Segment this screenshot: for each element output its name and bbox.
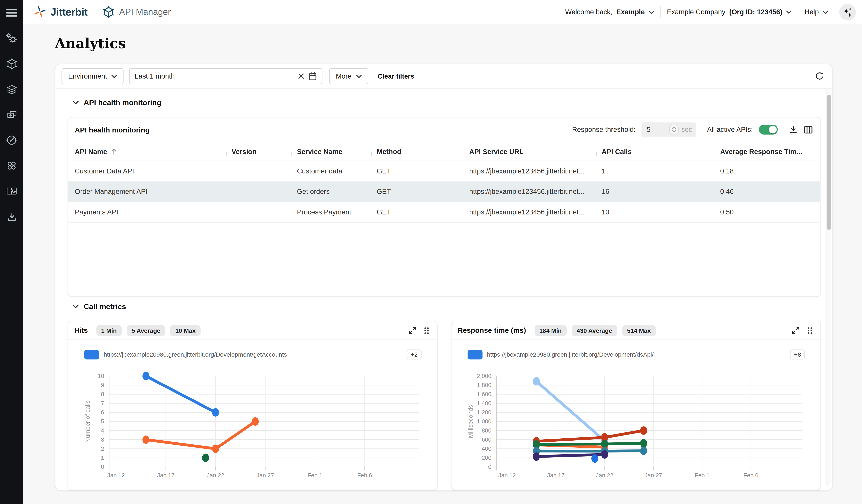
cell-method: GET bbox=[371, 188, 464, 196]
download-table-button[interactable] bbox=[789, 125, 798, 134]
metrics-section-header[interactable]: Call metrics bbox=[73, 303, 126, 311]
help-menu[interactable]: Help bbox=[798, 8, 834, 16]
hamburger-icon bbox=[6, 8, 17, 17]
sidebar-item-environments[interactable] bbox=[0, 77, 23, 102]
svg-text:10: 10 bbox=[98, 373, 104, 379]
column-header-api-name[interactable]: API Name bbox=[68, 148, 226, 155]
svg-text:Feb 1: Feb 1 bbox=[308, 472, 323, 479]
cell-calls: 16 bbox=[596, 188, 715, 196]
sidebar-item-api-manager[interactable] bbox=[0, 51, 23, 76]
svg-text:Feb 6: Feb 6 bbox=[357, 472, 372, 479]
health-card-title: API health monitoring bbox=[75, 125, 149, 134]
svg-text:5: 5 bbox=[101, 418, 104, 425]
column-header-avg-response[interactable]: Average Response Tim... bbox=[715, 148, 821, 155]
expand-icon bbox=[792, 327, 799, 334]
sidebar-item-admin[interactable] bbox=[0, 25, 23, 51]
clear-date-icon[interactable] bbox=[298, 73, 304, 79]
hits-card-header: Hits 1 Min 5 Average 10 Max bbox=[68, 321, 437, 340]
response-legend: https://jbexample20980.green.jitterbit.o… bbox=[468, 349, 805, 359]
cell-url: https://jbexample123456.jitterbit.net... bbox=[464, 167, 596, 175]
ai-assistant-button[interactable] bbox=[839, 4, 856, 20]
svg-text:Jan 22: Jan 22 bbox=[596, 472, 613, 479]
legend-url: https://jbexample20980.green.jitterbit.o… bbox=[104, 351, 287, 358]
legend-more-badge[interactable]: +2 bbox=[407, 349, 422, 359]
table-row[interactable]: Customer Data API Customer data GET http… bbox=[68, 161, 820, 182]
svg-text:Milliseconds: Milliseconds bbox=[467, 405, 474, 438]
table-row-selected[interactable]: Order Management API Get orders GET http… bbox=[68, 182, 820, 202]
svg-text:Jan 27: Jan 27 bbox=[645, 472, 662, 479]
cell-calls: 10 bbox=[596, 208, 715, 216]
svg-text:600: 600 bbox=[482, 436, 492, 443]
svg-text:Feb 1: Feb 1 bbox=[695, 472, 710, 479]
svg-text:Jan 12: Jan 12 bbox=[498, 472, 516, 479]
column-header-api-calls[interactable]: API Calls bbox=[596, 148, 715, 155]
legend-swatch bbox=[84, 350, 99, 359]
svg-text:1,200: 1,200 bbox=[477, 409, 492, 415]
cell-service-name: Get orders bbox=[291, 188, 371, 196]
page-title: Analytics bbox=[55, 36, 126, 52]
column-header-api-service-url[interactable]: API Service URL bbox=[464, 148, 596, 155]
sidebar-item-new-window[interactable] bbox=[0, 102, 23, 128]
cell-url: https://jbexample123456.jitterbit.net... bbox=[464, 208, 596, 216]
more-filters-button[interactable]: More bbox=[329, 68, 368, 84]
health-card-controls: Response threshold: 5 sec All active API… bbox=[572, 122, 812, 137]
expand-icon bbox=[409, 327, 416, 334]
menu-button[interactable] bbox=[0, 3, 23, 22]
download-tray-icon bbox=[6, 211, 17, 223]
svg-text:Jan 17: Jan 17 bbox=[157, 472, 174, 479]
threshold-label: Response threshold: bbox=[572, 126, 636, 133]
cell-api-name: Payments API bbox=[68, 208, 226, 216]
scrollbar-track[interactable] bbox=[826, 89, 831, 486]
refresh-button[interactable] bbox=[815, 71, 824, 81]
drag-handle[interactable] bbox=[424, 327, 429, 334]
calendar-icon[interactable] bbox=[309, 72, 317, 81]
svg-text:0: 0 bbox=[101, 464, 104, 470]
columns-config-button[interactable] bbox=[804, 125, 813, 134]
svg-text:Jan 12: Jan 12 bbox=[107, 472, 125, 479]
cell-calls: 1 bbox=[596, 167, 715, 175]
sidebar-nav bbox=[0, 25, 23, 229]
cell-url: https://jbexample123456.jitterbit.net... bbox=[464, 188, 596, 196]
column-header-method[interactable]: Method bbox=[371, 148, 464, 155]
date-range-input[interactable]: Last 1 month bbox=[129, 68, 323, 84]
environment-filter-button[interactable]: Environment bbox=[61, 68, 123, 84]
stepper-icon[interactable] bbox=[669, 123, 679, 135]
expand-chart-button[interactable] bbox=[792, 327, 799, 334]
svg-text:9: 9 bbox=[101, 382, 104, 388]
chevron-down-icon bbox=[823, 10, 828, 14]
cell-service-name: Process Payment bbox=[291, 208, 371, 216]
table-row[interactable]: Payments API Process Payment GET https:/… bbox=[68, 202, 820, 223]
user-name: Example bbox=[616, 8, 645, 16]
sidebar-item-connections[interactable] bbox=[0, 153, 23, 178]
scrollbar-thumb[interactable] bbox=[827, 95, 831, 230]
cell-service-name: Customer data bbox=[291, 167, 371, 175]
metrics-section-title: Call metrics bbox=[83, 303, 126, 311]
clear-filters-button[interactable]: Clear filters bbox=[378, 72, 414, 80]
column-header-service-name[interactable]: Service Name bbox=[291, 148, 371, 155]
more-label: More bbox=[336, 72, 352, 80]
legend-more-badge[interactable]: +8 bbox=[790, 349, 805, 359]
welcome-text: Welcome back, bbox=[565, 8, 612, 16]
table-header-row: API Name Version Service Name Method API… bbox=[68, 142, 820, 161]
user-menu[interactable]: Welcome back, Example bbox=[559, 8, 660, 16]
chevron-down-icon bbox=[786, 10, 792, 14]
svg-text:200: 200 bbox=[482, 454, 492, 461]
hits-title: Hits bbox=[74, 326, 88, 335]
svg-text:1,600: 1,600 bbox=[477, 391, 492, 397]
org-menu[interactable]: Example Company (Org ID: 123456) bbox=[661, 8, 798, 16]
response-threshold-input[interactable]: 5 sec bbox=[642, 122, 696, 137]
sidebar-item-downloads[interactable] bbox=[0, 204, 23, 229]
legend-url: https://jbexample20980.green.jitterbit.o… bbox=[487, 351, 654, 358]
svg-text:400: 400 bbox=[482, 446, 492, 452]
sidebar-item-dashboard[interactable] bbox=[0, 128, 23, 153]
column-header-version[interactable]: Version bbox=[226, 148, 291, 155]
sidebar-item-plugins[interactable] bbox=[0, 178, 23, 204]
health-section-header[interactable]: API health monitoring bbox=[73, 98, 161, 107]
drag-handle[interactable] bbox=[807, 327, 812, 334]
divider bbox=[95, 5, 95, 18]
filter-bar: Environment Last 1 month More Clear bbox=[55, 64, 832, 89]
hits-chart: 012345678910Jan 12Jan 17Jan 22Jan 27Feb … bbox=[68, 369, 438, 491]
brand-name: Jitterbit bbox=[51, 6, 88, 18]
all-active-apis-toggle[interactable] bbox=[759, 124, 778, 134]
expand-chart-button[interactable] bbox=[409, 327, 416, 334]
